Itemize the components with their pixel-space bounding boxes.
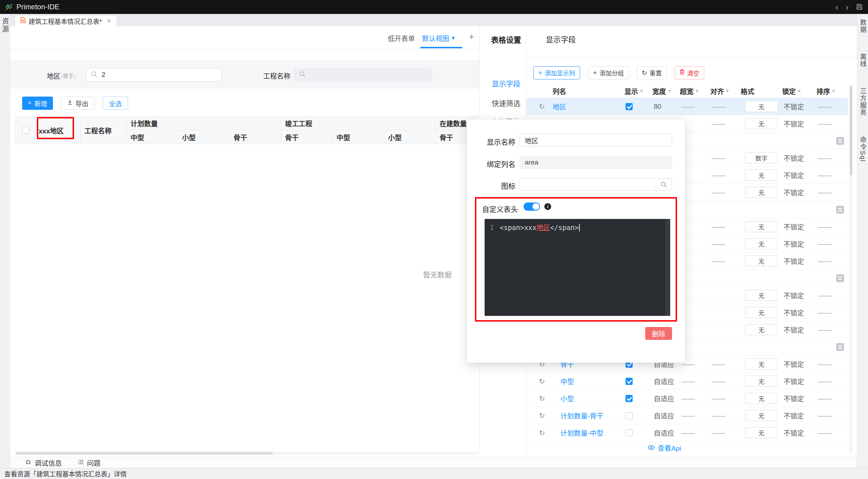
format-button[interactable]: 无	[745, 358, 778, 370]
refresh-icon[interactable]: ↻	[539, 411, 545, 420]
editor-scrollbar[interactable]	[665, 219, 670, 316]
select-all-checkbox[interactable]	[22, 127, 29, 134]
group-icon[interactable]	[836, 343, 844, 351]
rail-item-thirdparty[interactable]: 三方服务	[858, 88, 867, 116]
format-button[interactable]: 无	[745, 101, 778, 112]
project-name-search-input[interactable]	[294, 68, 432, 82]
column-header[interactable]: 中型	[127, 130, 178, 144]
filter-area-operator[interactable]: ‹等于›	[61, 72, 75, 79]
format-button[interactable]: 无	[745, 307, 778, 318]
column-header-project-name[interactable]: 工程名称	[80, 117, 127, 144]
column-header-name[interactable]: 列名	[553, 84, 624, 98]
field-name-link[interactable]: 小型	[560, 394, 574, 403]
column-header[interactable]: 小型	[178, 130, 230, 144]
refresh-icon[interactable]: ↻	[539, 394, 545, 403]
nav-item-display-fields[interactable]: 显示字段	[492, 78, 520, 89]
column-header-sort[interactable]: 排序▼	[816, 84, 836, 98]
format-button[interactable]: 无	[745, 238, 778, 249]
field-row: ↻小型自适应————无不锁定——	[526, 390, 848, 407]
rail-item-data[interactable]: 数据	[858, 19, 867, 33]
format-button[interactable]: 数字	[745, 152, 778, 163]
area-search-input[interactable]: 2	[86, 68, 222, 82]
display-checkbox[interactable]	[626, 103, 633, 110]
resources-rail-item[interactable]: 资源	[0, 18, 10, 33]
column-header[interactable]: 小型	[384, 130, 436, 144]
format-button[interactable]: 无	[745, 221, 778, 232]
field-name-link[interactable]: 计划数量-中型	[560, 428, 603, 438]
view-api-link[interactable]: 查看Api	[648, 443, 681, 453]
group-icon[interactable]	[836, 206, 844, 214]
rail-item-offline[interactable]: 离线	[858, 53, 867, 68]
code-editor[interactable]: 1 <span>xxx地区</span>	[485, 219, 670, 316]
display-checkbox[interactable]	[626, 378, 633, 385]
column-header-format[interactable]: 格式	[741, 84, 782, 98]
format-button[interactable]: 无	[745, 324, 778, 335]
refresh-icon[interactable]: ↻	[539, 377, 545, 386]
scrollbar-thumb[interactable]	[850, 86, 852, 175]
nav-item-quick-filter[interactable]: 快速筛选	[492, 98, 520, 108]
tab-close-icon[interactable]: ×	[107, 17, 111, 25]
nav-back-icon[interactable]: ‹	[835, 3, 839, 12]
low-code-form-label[interactable]: 低开表单	[388, 33, 415, 43]
format-button[interactable]: 无	[745, 187, 778, 198]
debug-info-tab[interactable]: 调试信息	[25, 458, 62, 468]
format-button[interactable]: 无	[745, 410, 778, 421]
column-header-area[interactable]: xxx地区	[35, 117, 80, 144]
scrollbar-thumb[interactable]	[15, 452, 273, 455]
column-header[interactable]: 中型	[333, 130, 384, 144]
info-icon[interactable]: i	[544, 203, 551, 210]
export-button[interactable]: 导出	[61, 97, 95, 110]
add-view-button[interactable]: +	[469, 31, 474, 42]
tab-report[interactable]: 建筑工程基本情况汇总表* ×	[15, 16, 116, 26]
format-button[interactable]: 无	[745, 255, 778, 267]
column-header-width[interactable]: 宽度▼	[652, 84, 680, 98]
select-all-button[interactable]: 全选	[103, 97, 128, 110]
vertical-scrollbar[interactable]	[849, 84, 853, 453]
icon-search-button[interactable]	[656, 181, 667, 189]
display-checkbox[interactable]	[626, 395, 633, 402]
column-header[interactable]: 骨干	[230, 130, 281, 144]
format-button[interactable]: 无	[745, 376, 778, 387]
refresh-icon[interactable]: ↻	[539, 429, 545, 437]
column-header-align[interactable]: 对齐▼	[710, 84, 741, 98]
caret-down-icon[interactable]: ▼	[798, 89, 801, 93]
group-icon[interactable]	[836, 274, 844, 282]
sort-value: ——	[816, 412, 832, 420]
caret-down-icon[interactable]: ▼	[696, 89, 698, 93]
caret-down-icon[interactable]: ▼	[726, 89, 729, 93]
delete-field-button[interactable]: 删除	[645, 327, 672, 340]
nav-forward-icon[interactable]: ›	[845, 3, 849, 12]
horizontal-scrollbar[interactable]	[15, 452, 478, 455]
reset-button[interactable]: ↻ 重置	[637, 66, 667, 79]
caret-down-icon[interactable]: ▼	[640, 89, 643, 93]
rail-item-sql[interactable]: 命令Sql	[858, 136, 867, 162]
add-group-button[interactable]: + 添加分组	[588, 66, 629, 79]
group-icon[interactable]	[836, 137, 844, 145]
format-button[interactable]: 无	[745, 427, 778, 438]
field-name-link[interactable]: 中型	[560, 376, 574, 386]
default-view-tab[interactable]: 默认视图 ▼	[422, 33, 455, 43]
caret-down-icon[interactable]: ▼	[668, 89, 671, 93]
caret-down-icon[interactable]: ▼	[832, 89, 835, 93]
display-checkbox[interactable]	[626, 412, 633, 419]
column-header[interactable]: 骨干	[281, 130, 333, 144]
custom-header-toggle[interactable]	[524, 202, 540, 211]
format-button[interactable]: 无	[745, 118, 778, 129]
refresh-icon[interactable]: ↻	[539, 102, 545, 111]
column-header-wide[interactable]: 超宽▼	[680, 84, 710, 98]
save-icon[interactable]	[856, 3, 863, 12]
display-checkbox[interactable]	[626, 429, 633, 436]
clear-button[interactable]: 清空	[675, 66, 704, 79]
format-button[interactable]: 无	[745, 290, 778, 301]
column-header-lock[interactable]: 锁定▼	[782, 84, 816, 98]
format-button[interactable]: 无	[745, 393, 778, 404]
problems-tab[interactable]: 问题	[78, 458, 100, 468]
format-button[interactable]: 无	[745, 170, 778, 181]
field-name-link[interactable]: 计划数量-骨干	[560, 411, 603, 420]
icon-input[interactable]	[520, 178, 672, 191]
field-name-link[interactable]: 地区	[553, 102, 566, 111]
display-name-input[interactable]: 地区	[520, 134, 672, 147]
add-display-column-button[interactable]: + 添加显示列	[533, 66, 580, 79]
add-record-button[interactable]: +新增	[22, 97, 53, 110]
column-header-check[interactable]: 显示▼	[624, 84, 652, 98]
